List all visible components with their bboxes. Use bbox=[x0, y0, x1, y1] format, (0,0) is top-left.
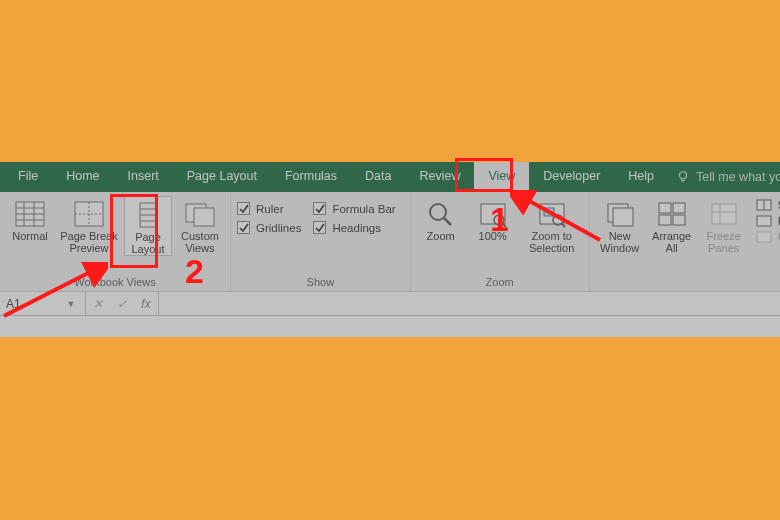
group-label-zoom: Zoom bbox=[417, 274, 583, 291]
new-window-icon bbox=[604, 200, 636, 228]
page-layout-label: PageLayout bbox=[131, 231, 164, 255]
checkbox-icon bbox=[237, 202, 250, 215]
arrange-all-button[interactable]: ArrangeAll bbox=[648, 196, 696, 254]
svg-rect-26 bbox=[613, 208, 633, 226]
page-break-label: Page BreakPreview bbox=[60, 230, 117, 254]
lightbulb-icon bbox=[676, 170, 690, 184]
split-icon bbox=[756, 199, 772, 211]
normal-view-label: Normal bbox=[12, 230, 47, 242]
ruler-checkbox[interactable]: Ruler bbox=[237, 202, 301, 215]
checkbox-icon bbox=[237, 221, 250, 234]
normal-view-button[interactable]: Normal bbox=[6, 196, 54, 242]
formula-bar-label: Formula Bar bbox=[332, 203, 395, 215]
headings-label: Headings bbox=[332, 222, 381, 234]
unhide-button[interactable]: Unhide bbox=[752, 230, 780, 244]
page-break-icon bbox=[73, 200, 105, 228]
svg-rect-15 bbox=[194, 208, 214, 226]
formula-bar: ▼ ✕ ✓ fx bbox=[0, 292, 780, 316]
tab-help[interactable]: Help bbox=[614, 162, 668, 192]
custom-views-label: CustomViews bbox=[181, 230, 219, 254]
insert-function-button[interactable]: fx bbox=[134, 297, 158, 311]
tab-insert[interactable]: Insert bbox=[114, 162, 173, 192]
gridlines-label: Gridlines bbox=[256, 222, 301, 234]
hide-icon bbox=[756, 215, 772, 227]
tab-review[interactable]: Review bbox=[405, 162, 474, 192]
svg-rect-28 bbox=[673, 203, 685, 213]
formula-bar-checkbox[interactable]: Formula Bar bbox=[313, 202, 395, 215]
svg-rect-30 bbox=[673, 215, 685, 225]
tab-formulas[interactable]: Formulas bbox=[271, 162, 351, 192]
svg-rect-31 bbox=[712, 204, 736, 224]
svg-rect-27 bbox=[659, 203, 671, 213]
name-box[interactable]: ▼ bbox=[0, 292, 86, 315]
custom-views-button[interactable]: CustomViews bbox=[176, 196, 224, 254]
svg-point-0 bbox=[680, 172, 687, 179]
cancel-formula-button[interactable]: ✕ bbox=[86, 297, 110, 311]
group-window: NewWindow ArrangeAll FreezePanes Split bbox=[590, 192, 780, 291]
page-layout-button[interactable]: PageLayout bbox=[124, 196, 172, 256]
svg-rect-37 bbox=[757, 232, 771, 242]
group-label-window: Wi bbox=[596, 274, 780, 291]
gridlines-checkbox[interactable]: Gridlines bbox=[237, 221, 301, 234]
svg-line-17 bbox=[444, 218, 451, 225]
formula-input[interactable] bbox=[159, 292, 780, 315]
name-box-input[interactable] bbox=[0, 297, 62, 311]
magnifier-icon bbox=[425, 200, 457, 228]
ribbon-view: Normal Page BreakPreview PageLayout Cust… bbox=[0, 192, 780, 292]
zoom-selection-label: Zoom toSelection bbox=[529, 230, 574, 254]
page-layout-icon bbox=[132, 201, 164, 229]
tab-file[interactable]: File bbox=[4, 162, 52, 192]
worksheet-sliver bbox=[0, 316, 780, 337]
ruler-label: Ruler bbox=[256, 203, 283, 215]
tab-home[interactable]: Home bbox=[52, 162, 113, 192]
tab-view[interactable]: View bbox=[474, 162, 529, 192]
checkbox-icon bbox=[313, 202, 326, 215]
group-label-show: Show bbox=[237, 274, 404, 291]
zoom-selection-icon bbox=[536, 200, 568, 228]
annotation-number-1: 1 bbox=[490, 200, 509, 239]
custom-views-icon bbox=[184, 200, 216, 228]
arrange-all-label: ArrangeAll bbox=[652, 230, 691, 254]
excel-ribbon-screenshot: File Home Insert Page Layout Formulas Da… bbox=[0, 162, 780, 337]
group-show: Ruler Gridlines Formula Bar Headings bbox=[231, 192, 411, 291]
zoom-label: Zoom bbox=[427, 230, 455, 242]
new-window-button[interactable]: NewWindow bbox=[596, 196, 644, 254]
zoom-to-selection-button[interactable]: Zoom toSelection bbox=[521, 196, 583, 254]
svg-rect-36 bbox=[757, 216, 771, 226]
tab-developer[interactable]: Developer bbox=[529, 162, 614, 192]
tab-data[interactable]: Data bbox=[351, 162, 405, 192]
normal-view-icon bbox=[14, 200, 46, 228]
split-button[interactable]: Split bbox=[752, 198, 780, 212]
ribbon-tabstrip: File Home Insert Page Layout Formulas Da… bbox=[0, 162, 780, 192]
svg-rect-29 bbox=[659, 215, 671, 225]
freeze-panes-label: FreezePanes bbox=[707, 230, 741, 254]
hide-button[interactable]: Hide bbox=[752, 214, 780, 228]
annotation-number-2: 2 bbox=[185, 252, 204, 291]
freeze-panes-button[interactable]: FreezePanes bbox=[700, 196, 748, 254]
svg-rect-22 bbox=[544, 208, 554, 216]
freeze-panes-icon bbox=[708, 200, 740, 228]
svg-point-16 bbox=[430, 204, 446, 220]
tell-me-label: Tell me what yo bbox=[696, 170, 780, 184]
checkbox-icon bbox=[313, 221, 326, 234]
zoom-button[interactable]: Zoom bbox=[417, 196, 465, 242]
new-window-label: NewWindow bbox=[600, 230, 639, 254]
tell-me-search[interactable]: Tell me what yo bbox=[668, 162, 780, 192]
unhide-icon bbox=[756, 231, 772, 243]
page-break-preview-button[interactable]: Page BreakPreview bbox=[58, 196, 120, 254]
tab-page-layout[interactable]: Page Layout bbox=[173, 162, 271, 192]
name-box-dropdown-icon[interactable]: ▼ bbox=[62, 299, 80, 309]
headings-checkbox[interactable]: Headings bbox=[313, 221, 395, 234]
enter-formula-button[interactable]: ✓ bbox=[110, 297, 134, 311]
arrange-all-icon bbox=[656, 200, 688, 228]
